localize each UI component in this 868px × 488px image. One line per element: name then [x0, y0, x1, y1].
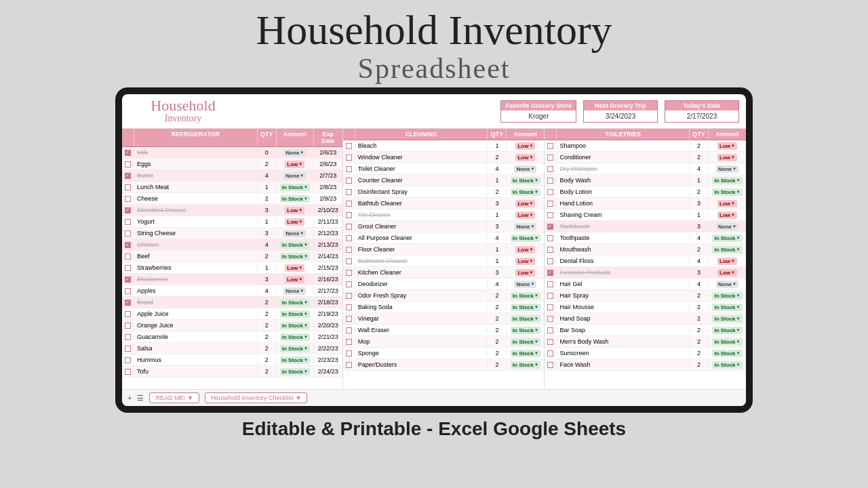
row-checkbox[interactable]: [545, 315, 557, 323]
row-status[interactable]: In Stock: [507, 303, 544, 312]
status-badge[interactable]: In Stock: [712, 350, 742, 357]
status-badge[interactable]: Low: [515, 246, 535, 253]
row-status[interactable]: Low: [507, 211, 544, 220]
checkbox[interactable]: [346, 247, 352, 253]
status-badge[interactable]: In Stock: [511, 361, 540, 369]
checkbox[interactable]: [346, 327, 352, 333]
checkbox[interactable]: [346, 212, 352, 218]
row-status[interactable]: In Stock: [507, 291, 544, 300]
row-checkbox[interactable]: [545, 304, 557, 311]
row-checkbox[interactable]: [122, 368, 134, 375]
row-status[interactable]: None: [507, 280, 544, 289]
row-status[interactable]: Low: [709, 268, 746, 277]
status-badge[interactable]: In Stock: [511, 350, 540, 357]
row-status[interactable]: Low: [507, 268, 544, 277]
row-checkbox[interactable]: [122, 241, 134, 249]
checkbox[interactable]: [547, 304, 553, 310]
inventory-checklist-tab[interactable]: Household Inventory Checklist ▼: [205, 392, 307, 403]
row-checkbox[interactable]: [343, 223, 355, 230]
row-status[interactable]: Low: [709, 142, 746, 150]
row-checkbox[interactable]: [122, 345, 134, 352]
status-badge[interactable]: Low: [285, 207, 304, 214]
row-checkbox[interactable]: [122, 276, 134, 283]
status-badge[interactable]: None: [283, 172, 306, 180]
status-badge[interactable]: Low: [515, 200, 535, 207]
status-badge[interactable]: In Stock: [280, 357, 310, 364]
checkbox[interactable]: [346, 350, 352, 357]
row-status[interactable]: In Stock: [709, 326, 746, 335]
status-badge[interactable]: In Stock: [511, 177, 540, 184]
status-badge[interactable]: Low: [515, 211, 535, 219]
status-badge[interactable]: Low: [717, 269, 737, 277]
row-status[interactable]: In Stock: [709, 338, 746, 346]
row-checkbox[interactable]: [343, 315, 355, 323]
status-badge[interactable]: In Stock: [712, 361, 742, 369]
row-status[interactable]: In Stock: [277, 241, 314, 249]
checkbox[interactable]: [346, 166, 352, 172]
row-status[interactable]: None: [709, 165, 746, 174]
row-status[interactable]: None: [277, 229, 314, 238]
row-checkbox[interactable]: [122, 310, 134, 318]
checkbox[interactable]: [125, 357, 131, 363]
row-status[interactable]: Low: [507, 199, 544, 208]
status-badge[interactable]: Low: [285, 161, 304, 168]
status-badge[interactable]: Low: [717, 258, 737, 265]
status-badge[interactable]: Low: [515, 142, 535, 150]
checkbox[interactable]: [346, 293, 352, 299]
row-checkbox[interactable]: [122, 195, 134, 203]
checkbox[interactable]: [346, 316, 352, 322]
checkbox[interactable]: [125, 150, 131, 156]
row-status[interactable]: In Stock: [277, 321, 314, 330]
row-checkbox[interactable]: [545, 338, 557, 346]
status-badge[interactable]: Low: [285, 264, 304, 272]
checkbox[interactable]: [125, 242, 131, 248]
status-badge[interactable]: None: [283, 230, 306, 237]
status-badge[interactable]: In Stock: [712, 292, 742, 300]
row-status[interactable]: Low: [709, 257, 746, 266]
next-trip-value[interactable]: 3/24/2023: [584, 110, 657, 122]
checkbox[interactable]: [125, 219, 131, 225]
row-status[interactable]: Low: [277, 264, 314, 272]
read-me-tab[interactable]: READ ME! ▼: [149, 392, 199, 403]
row-checkbox[interactable]: [122, 161, 134, 168]
checkbox[interactable]: [125, 300, 131, 306]
grocery-store-value[interactable]: Kroger: [501, 110, 576, 122]
row-status[interactable]: In Stock: [709, 349, 746, 358]
checkbox[interactable]: [346, 224, 352, 230]
status-badge[interactable]: None: [716, 165, 738, 173]
status-badge[interactable]: Low: [515, 269, 535, 277]
add-sheet-button[interactable]: +: [127, 394, 132, 402]
checkbox[interactable]: [125, 346, 131, 352]
checkbox[interactable]: [125, 288, 131, 294]
row-checkbox[interactable]: [545, 211, 557, 219]
checkbox[interactable]: [346, 178, 352, 184]
row-checkbox[interactable]: [545, 177, 557, 184]
status-badge[interactable]: Low: [515, 258, 535, 265]
status-badge[interactable]: In Stock: [280, 368, 310, 375]
status-badge[interactable]: In Stock: [511, 304, 540, 311]
row-status[interactable]: In Stock: [277, 344, 314, 353]
status-badge[interactable]: In Stock: [712, 235, 742, 242]
status-badge[interactable]: Low: [717, 200, 737, 207]
row-status[interactable]: Low: [277, 275, 314, 284]
row-status[interactable]: In Stock: [709, 245, 746, 254]
row-checkbox[interactable]: [343, 211, 355, 219]
row-checkbox[interactable]: [122, 149, 134, 157]
checkbox[interactable]: [547, 327, 553, 333]
checkbox[interactable]: [125, 161, 131, 167]
checkbox[interactable]: [547, 350, 553, 357]
row-checkbox[interactable]: [545, 142, 557, 150]
status-badge[interactable]: In Stock: [712, 304, 742, 311]
checkbox[interactable]: [547, 316, 553, 322]
checkbox[interactable]: [547, 270, 553, 276]
row-checkbox[interactable]: [545, 350, 557, 357]
checkbox[interactable]: [547, 201, 553, 207]
row-checkbox[interactable]: [545, 361, 557, 369]
row-checkbox[interactable]: [545, 246, 557, 253]
checkbox[interactable]: [346, 258, 352, 264]
checkbox[interactable]: [346, 304, 352, 310]
status-badge[interactable]: None: [514, 223, 536, 230]
status-badge[interactable]: Low: [285, 276, 304, 283]
row-checkbox[interactable]: [343, 235, 355, 242]
row-checkbox[interactable]: [343, 258, 355, 265]
